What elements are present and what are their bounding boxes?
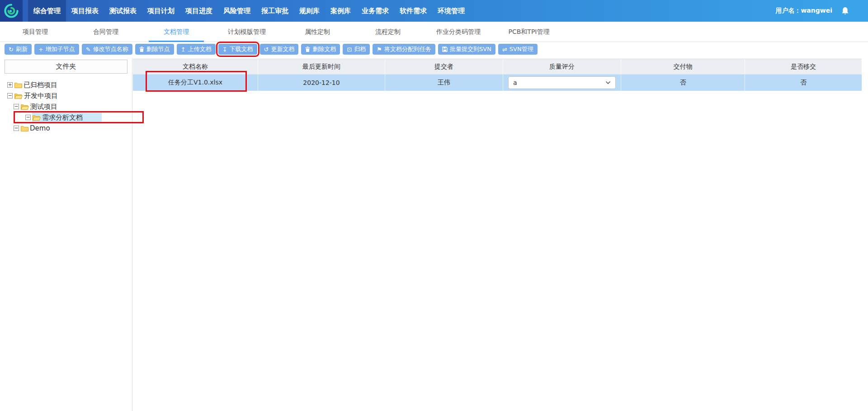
collapse-minus-icon[interactable]: − [14, 126, 19, 131]
update-document-button[interactable]: ↺ 更新文档 [260, 44, 299, 55]
tab-work-class-code-mgmt[interactable]: 作业分类码管理 [423, 22, 494, 42]
nav-item-integrated-mgmt[interactable]: 综合管理 [28, 0, 66, 22]
nav-item-env-mgmt[interactable]: 环境管理 [432, 0, 470, 22]
folder-closed-icon [21, 126, 28, 131]
save-icon [442, 47, 448, 52]
nav-item-project-plan[interactable]: 项目计划 [142, 0, 180, 22]
tab-attribute-custom[interactable]: 属性定制 [282, 22, 353, 42]
chevron-down-icon [605, 81, 611, 84]
trash-icon [139, 47, 144, 52]
cell-deliverable: 否 [621, 75, 745, 91]
folder-open-icon [21, 104, 29, 110]
spiral-logo-icon [4, 3, 19, 19]
assign-document-to-task-button[interactable]: ⚑ 将文档分配到任务 [373, 44, 435, 55]
update-icon: ↺ [264, 47, 269, 52]
column-header-deliverable: 交付物 [621, 59, 745, 74]
archive-icon: ⊡ [347, 47, 352, 52]
tree-node-demo[interactable]: − Demo [0, 123, 132, 134]
rename-node-button[interactable]: ✎ 修改节点名称 [82, 44, 132, 55]
nav-item-rule-library[interactable]: 规则库 [294, 0, 325, 22]
upload-document-button[interactable]: ↥ 上传文档 [177, 44, 216, 55]
tree-node-test-project[interactable]: − 测试项目 [0, 101, 132, 112]
refresh-button[interactable]: ↻ 刷新 [5, 44, 32, 55]
cell-transferred: 否 [745, 75, 862, 91]
tab-project-mgmt[interactable]: 项目管理 [0, 22, 71, 42]
nav-item-case-library[interactable]: 案例库 [325, 0, 356, 22]
archive-button[interactable]: ⊡ 归档 [343, 44, 370, 55]
svn-manage-button[interactable]: ⇌ SVN管理 [498, 44, 538, 55]
svn-icon: ⇌ [502, 47, 507, 52]
tab-document-mgmt[interactable]: 文档管理 [141, 22, 212, 42]
collapse-minus-icon[interactable]: − [25, 115, 31, 120]
cell-submitter: 王伟 [385, 75, 503, 91]
top-navbar: 综合管理 项目报表 测试报表 项目计划 项目进度 风险管理 报工审批 规则库 案… [0, 0, 868, 22]
document-toolbar: ↻ 刷新 + 增加子节点 ✎ 修改节点名称 删除节点 ↥ 上传文档 ↧ 下载文档… [5, 44, 538, 55]
navbar-right: 用户名：wangwei [775, 7, 868, 15]
folder-closed-icon [14, 82, 22, 88]
batch-commit-svn-button[interactable]: 批量提交到SVN [438, 44, 495, 55]
trash-icon [305, 47, 310, 52]
nav-item-work-approval[interactable]: 报工审批 [256, 0, 294, 22]
download-icon: ↧ [222, 47, 227, 52]
nav-item-business-req[interactable]: 业务需求 [356, 0, 394, 22]
cell-last-updated: 2020-12-10 [258, 75, 385, 91]
collapse-minus-icon[interactable]: − [7, 93, 13, 98]
tree-node-developing-projects[interactable]: − 开发中项目 [0, 90, 132, 101]
tab-contract-mgmt[interactable]: 合同管理 [71, 22, 141, 42]
folder-panel-header: 文件夹 [5, 60, 127, 74]
quality-score-value: a [513, 79, 517, 86]
tree-node-archived-projects[interactable]: + 已归档项目 [0, 79, 132, 90]
column-header-doc-name: 文档名称 [133, 59, 258, 74]
quality-score-select[interactable]: a [508, 76, 616, 89]
table-row[interactable]: 任务分工V1.0.xlsx 2020-12-10 王伟 a 否 否 [133, 75, 862, 91]
column-header-transferred: 是否移交 [745, 59, 862, 74]
tree-node-label: 测试项目 [30, 103, 57, 111]
upload-icon: ↥ [181, 47, 186, 52]
nav-item-software-req[interactable]: 软件需求 [394, 0, 432, 22]
tab-process-custom[interactable]: 流程定制 [353, 22, 423, 42]
cell-quality-score: a [503, 75, 621, 91]
expand-plus-icon[interactable]: + [7, 82, 13, 88]
nav-item-risk-mgmt[interactable]: 风险管理 [218, 0, 256, 22]
module-tabbar: 项目管理 合同管理 文档管理 计划模版管理 属性定制 流程定制 作业分类码管理 … [0, 22, 868, 42]
nav-item-test-reports[interactable]: 测试报表 [104, 0, 142, 22]
nav-item-project-reports[interactable]: 项目报表 [66, 0, 104, 22]
nav-item-project-progress[interactable]: 项目进度 [180, 0, 218, 22]
tree-node-label: 需求分析文档 [42, 113, 83, 122]
bell-icon[interactable] [841, 7, 849, 15]
tab-plan-template-mgmt[interactable]: 计划模版管理 [212, 22, 282, 42]
username-label: 用户名：wangwei [775, 7, 832, 15]
document-table: 文档名称 最后更新时间 提交者 质量评分 交付物 是否移交 任务分工V1.0.x… [133, 59, 862, 91]
delete-node-button[interactable]: 删除节点 [135, 44, 174, 55]
folder-tree: + 已归档项目 − 开发中项目 − [0, 79, 132, 134]
column-header-quality-score: 质量评分 [503, 59, 621, 74]
refresh-icon: ↻ [9, 47, 14, 52]
column-header-last-updated: 最后更新时间 [258, 59, 385, 74]
nav-menu: 综合管理 项目报表 测试报表 项目计划 项目进度 风险管理 报工审批 规则库 案… [28, 0, 470, 22]
add-child-node-button[interactable]: + 增加子节点 [34, 44, 79, 55]
tree-node-label: Demo [30, 124, 50, 132]
download-document-button[interactable]: ↧ 下载文档 [218, 44, 257, 55]
delete-document-button[interactable]: 删除文档 [301, 44, 340, 55]
collapse-minus-icon[interactable]: − [14, 104, 19, 109]
column-header-submitter: 提交者 [385, 59, 503, 74]
tree-node-requirement-analysis-docs[interactable]: − 需求分析文档 [0, 112, 132, 123]
folder-panel: 文件夹 + 已归档项目 − 开发中项目 − [0, 59, 132, 411]
tab-pcb-tpi-mgmt[interactable]: PCB和TPI管理 [494, 22, 564, 42]
edit-icon: ✎ [86, 47, 91, 52]
folder-open-icon [14, 93, 23, 99]
table-header-row: 文档名称 最后更新时间 提交者 质量评分 交付物 是否移交 [133, 59, 862, 75]
app-logo [0, 0, 23, 22]
flag-icon: ⚑ [377, 47, 382, 52]
cell-doc-name: 任务分工V1.0.xlsx [133, 75, 258, 91]
tree-node-label: 开发中项目 [24, 92, 58, 100]
tree-node-label: 已归档项目 [24, 81, 57, 89]
plus-icon: + [38, 47, 43, 52]
folder-open-icon [33, 115, 41, 121]
